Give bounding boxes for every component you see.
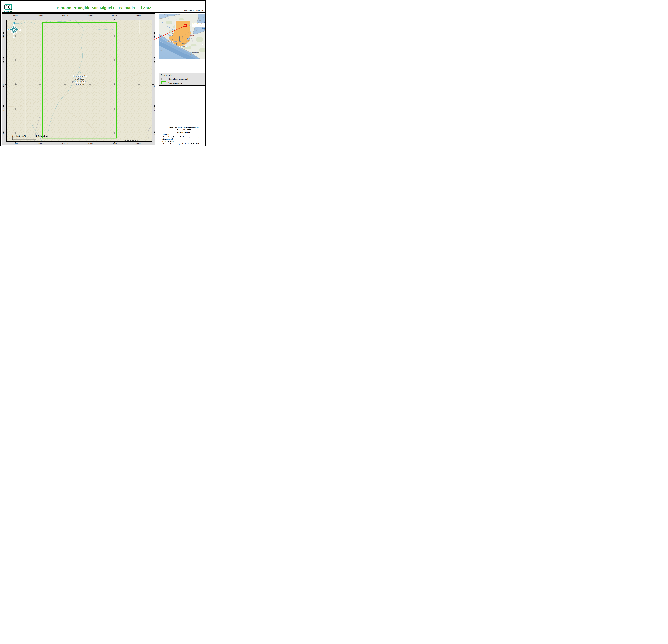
biotope-label: San Miguel la Palotada Protected Biotope <box>73 75 87 86</box>
axis-label-y: 1910000 <box>2 57 4 63</box>
projection-info-box: Sistema de coordenadas proyectadas Proye… <box>161 126 206 144</box>
city-label: San Salvador <box>191 52 200 53</box>
axis-label-x: 580000 <box>112 14 117 16</box>
source-line: Base de datos cartografía básica IGN 201… <box>162 143 204 145</box>
belize-label: B <box>189 25 191 27</box>
biotope-label-line: Palotada <box>73 78 87 80</box>
biotope-label-line: Protected <box>73 80 87 83</box>
page-title: Biotopo Protegido San Miguel La Palotada… <box>57 6 151 10</box>
scalebar-tick-label: 1.23 <box>16 135 20 137</box>
axis-label-x: 565000 <box>37 14 43 16</box>
axis-label-y: 1915000 <box>2 32 4 39</box>
honduras-label: H o <box>202 44 206 45</box>
axis-label-y: 1905000 <box>153 81 155 88</box>
legend-title: Simbología <box>161 74 204 77</box>
legend-item-departmental: Límite Departamental <box>161 78 204 80</box>
conap-monkey-icon <box>4 4 12 10</box>
water-label-hond: Hond <box>202 28 206 30</box>
source-label: Fuente: <box>162 133 204 136</box>
header: CONAP Biotopo Protegido San Miguel La Pa… <box>2 3 206 13</box>
legend-item-label: Área protegida <box>168 82 182 84</box>
axis-label-x: 580000 <box>112 143 117 145</box>
logo-text: CONAP <box>4 11 13 13</box>
map-layout-page: CONAP Biotopo Protegido San Miguel La Pa… <box>0 0 207 146</box>
axis-label-x: 585000 <box>136 14 142 16</box>
document-code: DAGeos-211-2026-BS <box>184 10 204 12</box>
scalebar-tick-label: 0 <box>12 135 13 137</box>
axis-label-y: 1910000 <box>153 57 155 63</box>
country-label: Guatemala <box>167 40 181 42</box>
axis-label-y: 1900000 <box>153 106 155 112</box>
axis-label-x: 570000 <box>62 143 68 145</box>
scalebar-tick-label: 2.45 <box>22 135 26 137</box>
axis-label-x: 560000 <box>13 143 18 145</box>
projection-line: Proyección GTM <box>162 129 204 131</box>
axis-label-x: 570000 <box>62 14 68 16</box>
scalebar-tick-label: 4.9 <box>34 135 37 137</box>
depth-label: 721 <box>160 50 162 52</box>
protected-area-swatch-icon <box>161 81 166 84</box>
source-line: CONAP 2026 <box>162 140 204 143</box>
datum-line: Datum WGS84 <box>162 131 204 133</box>
overview-inset-map: Guatemala Guatemala San Salvador 721 B H… <box>159 14 206 59</box>
source-line: Base de datos de la Dirección Análisis G… <box>162 136 204 140</box>
axis-label-x: 560000 <box>13 14 18 16</box>
compass-rose-icon: N E S O <box>6 19 22 40</box>
extent-marker <box>184 24 186 27</box>
crs-line: Sistema de coordenadas proyectadas <box>162 127 204 129</box>
axis-label-y: 1900000 <box>2 106 4 112</box>
legend-item-label: Límite Departamental <box>168 78 188 80</box>
biotope-label-line: Biotope <box>73 83 87 86</box>
axis-label-y: 1895000 <box>153 130 155 137</box>
axis-label-y: 1905000 <box>2 81 4 88</box>
biotope-label-line: San Miguel la <box>73 75 87 78</box>
legend: Simbología Límite Departamental Área pro… <box>159 73 206 86</box>
axis-label-x: 585000 <box>136 143 142 145</box>
scalebar-unit-label: Kilómetros <box>37 135 48 137</box>
axis-label-x: 575000 <box>87 14 93 16</box>
territorial-note: Diferendo territorial no resuelto <box>192 23 205 27</box>
compass-east-label: E <box>19 29 21 31</box>
departmental-limit-swatch-icon <box>161 78 166 80</box>
axis-label-x: 565000 <box>37 143 43 145</box>
legend-item-protected: Área protegida <box>161 81 204 84</box>
capital-city-label: Guatemala <box>181 46 188 47</box>
compass-south-label: S <box>13 36 15 38</box>
conap-logo: CONAP <box>4 4 13 13</box>
compass-north-label: N <box>13 21 15 24</box>
disputed-border-end <box>190 35 194 36</box>
compass-west-label: O <box>7 29 9 31</box>
axis-label-x: 575000 <box>87 143 93 145</box>
axis-label-y: 1895000 <box>2 130 4 137</box>
axis-label-y: 1915000 <box>153 32 155 39</box>
